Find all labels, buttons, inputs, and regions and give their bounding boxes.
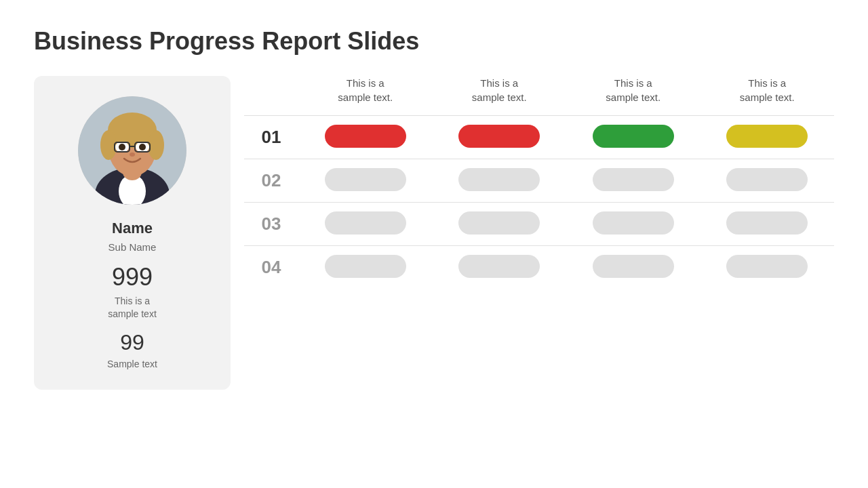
cell-04-4 xyxy=(701,246,835,289)
cell-02-4 xyxy=(701,159,835,203)
main-content: Name Sub Name 999 This is asample text 9… xyxy=(34,76,834,390)
table-row: 01 xyxy=(244,116,834,159)
progress-table: This is asample text. This is asample te… xyxy=(244,76,834,289)
profile-stat2-number: 99 xyxy=(120,331,144,354)
cell-02-2 xyxy=(433,159,567,203)
cell-04-3 xyxy=(566,246,701,289)
profile-stat2-label: Sample text xyxy=(107,359,157,369)
pill-04-1 xyxy=(325,255,406,278)
row-num-03: 03 xyxy=(244,203,298,246)
pill-04-4 xyxy=(726,255,808,278)
pill-03-2 xyxy=(458,211,540,235)
cell-01-3 xyxy=(566,116,701,159)
pill-02-3 xyxy=(593,168,674,191)
table-area: This is asample text. This is asample te… xyxy=(244,76,834,289)
cell-03-2 xyxy=(433,203,567,246)
col-header-4: This is asample text. xyxy=(701,76,835,116)
avatar xyxy=(78,96,186,205)
table-row: 02 xyxy=(244,159,834,203)
cell-01-4 xyxy=(701,116,835,159)
row-num-02: 02 xyxy=(244,159,298,203)
pill-03-4 xyxy=(726,211,808,235)
profile-card: Name Sub Name 999 This is asample text 9… xyxy=(34,76,231,390)
cell-04-2 xyxy=(433,246,567,289)
profile-subname: Sub Name xyxy=(108,241,157,253)
col-header-3: This is asample text. xyxy=(566,76,701,116)
table-row: 03 xyxy=(244,203,834,246)
svg-point-15 xyxy=(130,152,135,157)
svg-point-10 xyxy=(119,144,125,150)
pill-01-2 xyxy=(458,125,540,148)
pill-01-3 xyxy=(593,125,674,148)
profile-name: Name xyxy=(112,220,153,237)
cell-03-4 xyxy=(701,203,835,246)
cell-02-3 xyxy=(566,159,701,203)
cell-01-2 xyxy=(433,116,567,159)
page-title: Business Progress Report Slides xyxy=(34,27,834,56)
profile-stat1-label: This is asample text xyxy=(108,295,157,321)
cell-04-1 xyxy=(298,246,433,289)
pill-02-1 xyxy=(325,168,406,191)
cell-02-1 xyxy=(298,159,433,203)
pill-03-3 xyxy=(593,211,674,235)
pill-04-2 xyxy=(458,255,540,278)
svg-point-11 xyxy=(139,144,146,150)
pill-01-4 xyxy=(726,125,808,148)
cell-01-1 xyxy=(298,116,433,159)
pill-04-3 xyxy=(593,255,674,278)
table-row: 04 xyxy=(244,246,834,289)
profile-stat1-number: 999 xyxy=(112,264,153,291)
row-num-04: 04 xyxy=(244,246,298,289)
pill-02-2 xyxy=(458,168,540,191)
pill-01-1 xyxy=(325,125,406,148)
col-header-1: This is asample text. xyxy=(298,76,433,116)
pill-02-4 xyxy=(726,168,808,191)
row-num-01: 01 xyxy=(244,116,298,159)
table-header-row: This is asample text. This is asample te… xyxy=(244,76,834,116)
cell-03-3 xyxy=(566,203,701,246)
col-header-2: This is asample text. xyxy=(433,76,567,116)
pill-03-1 xyxy=(325,211,406,235)
cell-03-1 xyxy=(298,203,433,246)
